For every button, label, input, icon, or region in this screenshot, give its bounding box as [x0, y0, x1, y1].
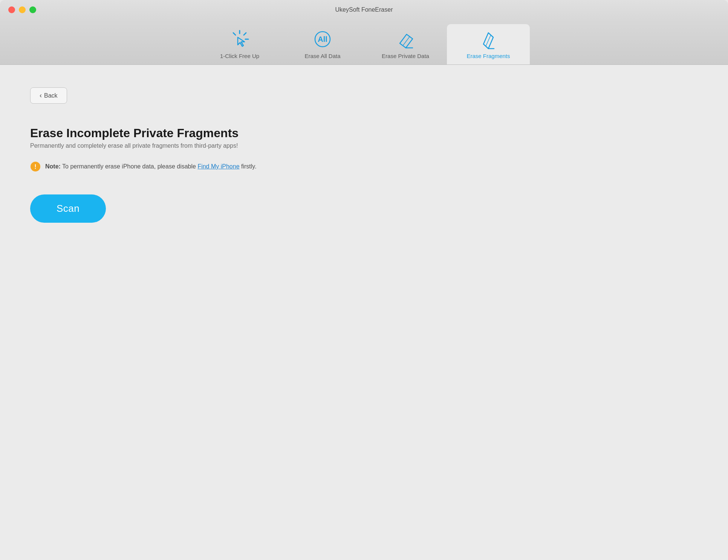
note-prefix: Note:: [45, 163, 61, 170]
find-my-iphone-link[interactable]: Find My iPhone: [197, 163, 239, 170]
section-subtitle: Permanently and completely erase all pri…: [30, 142, 698, 149]
svg-text:All: All: [318, 35, 327, 43]
note-body: To permanently erase iPhone data, please…: [62, 163, 197, 170]
scan-button[interactable]: Scan: [30, 194, 106, 223]
note-row: ! Note: To permanently erase iPhone data…: [30, 161, 698, 172]
nav-tabs: 1-Click Free Up All Erase All Data: [0, 20, 728, 65]
warning-icon: !: [30, 161, 41, 172]
back-chevron: ‹: [40, 92, 42, 99]
tab-erase-fragments[interactable]: Erase Fragments: [447, 24, 530, 64]
svg-text:!: !: [34, 164, 36, 170]
title-bar: UkeySoft FoneEraser: [0, 0, 728, 20]
erase-fragments-icon: [478, 29, 499, 50]
minimize-button[interactable]: [19, 6, 26, 13]
erase-all-icon: All: [312, 29, 333, 50]
section-title: Erase Incomplete Private Fragments: [30, 126, 698, 140]
main-content: ‹ Back Erase Incomplete Private Fragment…: [0, 65, 728, 560]
tab-one-click-free-up[interactable]: 1-Click Free Up: [198, 24, 281, 64]
svg-line-3: [233, 33, 236, 35]
tab-erase-private-label: Erase Private Data: [382, 53, 429, 59]
maximize-button[interactable]: [29, 6, 36, 13]
one-click-icon: [229, 29, 250, 50]
svg-line-1: [244, 33, 246, 35]
tab-one-click-label: 1-Click Free Up: [220, 53, 259, 59]
tab-erase-all-label: Erase All Data: [304, 53, 340, 59]
app-window: UkeySoft FoneEraser 1-Click Free Up: [0, 0, 728, 560]
back-button[interactable]: ‹ Back: [30, 87, 67, 104]
content-section: Erase Incomplete Private Fragments Perma…: [30, 126, 698, 172]
tab-erase-private-data[interactable]: Erase Private Data: [364, 24, 447, 64]
note-text: Note: To permanently erase iPhone data, …: [45, 163, 257, 170]
tab-erase-all-data[interactable]: All Erase All Data: [281, 24, 364, 64]
app-title: UkeySoft FoneEraser: [335, 6, 393, 13]
window-controls: [8, 6, 36, 13]
back-label: Back: [44, 92, 58, 99]
close-button[interactable]: [8, 6, 15, 13]
tab-erase-fragments-label: Erase Fragments: [466, 53, 510, 59]
note-suffix: firstly.: [241, 163, 257, 170]
erase-private-icon: [395, 29, 416, 50]
